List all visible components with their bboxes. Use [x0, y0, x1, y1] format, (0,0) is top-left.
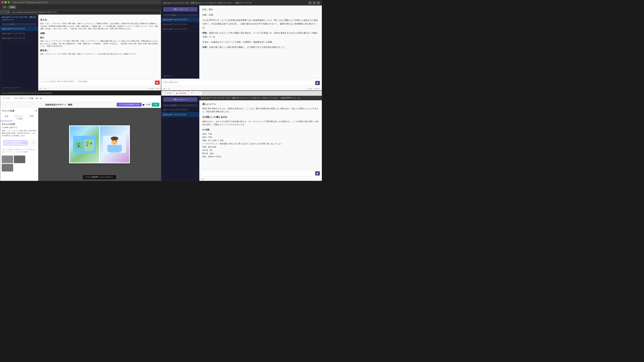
undo-btn[interactable]: ↩: [36, 97, 38, 100]
youtube-icon: ▶: [176, 92, 178, 94]
chat-textarea-tl[interactable]: [39, 79, 154, 86]
warrior-desc-tl: 名前：ガレス・アイアンウォール 性別：男性 年齢：23歳 バックグラウンド：危険…: [40, 40, 159, 48]
top-right-panel: あなたはゲームクリエイターです。内容に沿ったストーリーを3パターン出力してくださ…: [161, 0, 322, 91]
ai-sidebar-item-1[interactable]: あなたはゲームクリエイター: [161, 22, 199, 27]
br-sidebar-item-0[interactable]: ポケットモンスタープラチナ: [161, 108, 199, 112]
field-eye-br: 目の色 黒: [202, 149, 319, 152]
sidebar-item-2-tl[interactable]: あなたはゲームクリエイタ: [0, 36, 38, 41]
bottom-right-panel: ✉ Gmail ▶ YouTube 📍 マップ + 新しいチャット ポケットモン…: [161, 91, 322, 181]
char-count-tr: 文字数：7/10000: [307, 88, 320, 90]
time-label: 5.0秒: [146, 103, 151, 106]
config-label: 入力した内容から自動でテキストが生成されます。サブジェクトや すべて表示: [0, 147, 38, 154]
panel-title: マジック生成: [2, 109, 14, 112]
tab2-label: code: [10, 6, 14, 8]
sidebar-search-tl: [0, 22, 38, 26]
canva-nav-resize[interactable]: リサイズ&マジック変換: [12, 97, 34, 100]
expand-icon-tr[interactable]: □: [313, 1, 316, 4]
logout-tr[interactable]: ログアウト: [161, 74, 199, 79]
minimize-icon-tr[interactable]: —: [308, 1, 312, 4]
share-btn[interactable]: 共有: [152, 103, 160, 107]
field-feature-tr: 特徴： 陰謀の匂いをまとって常に暗闇に身を潜める。クールで計算高いが、目的を達成…: [202, 31, 319, 39]
chat-send-btn-tl[interactable]: ▶: [155, 81, 160, 85]
ai-sidebar-item-2[interactable]: あなたはゲームクリエイター: [161, 27, 199, 31]
br-sidebar-item-1[interactable]: あなたはゲームクリエイタ: [161, 112, 199, 117]
magic-gen-header: マジック生成 ℹ: [0, 108, 38, 114]
br-section1-text: 現実と夢が交錯するような、幻想的な世界を歩く。ここでは、通常の物理法則が適用しな…: [202, 107, 319, 113]
forward-icon[interactable]: →: [4, 11, 7, 13]
chat-input-row-tl: ▶: [39, 79, 160, 86]
clear-btn[interactable]: クリア: [30, 139, 36, 147]
field-name-br: 名前：不明: [202, 132, 319, 136]
tab-map[interactable]: 📍 マップ: [189, 91, 202, 95]
ai-layout-tr: + 新しいチャット あなたはゲームクリエイター あなたはゲームクリエイター あな…: [161, 5, 322, 79]
br-send-btn[interactable]: ▶: [315, 171, 320, 176]
companion-title-tl: 仲間: [40, 32, 159, 35]
ai-header-tr: あなたはゲームクリエイターです。内容に沿ったストーリーを3パターン出力してくださ…: [161, 0, 322, 5]
browser-titlebar: Code Land by Prokids(open space) | Voice: [0, 0, 161, 4]
canva-left-panel: マジック生成 ℹ 画像 グラフィック NEW 動画 作るものを説明: [0, 108, 38, 181]
sidebar-search-br: [161, 103, 199, 108]
ai-footer-tr: 残り：93 文字数：7/10000: [161, 87, 322, 90]
canva-nav-file[interactable]: ファイル: [2, 97, 11, 100]
br-section2-title: なぜ楽しいと感じるのか: [202, 115, 319, 119]
canva-canvas: マイク ON/OFF（スペースキー）: [38, 108, 161, 181]
br-browser-tabs: ✉ Gmail ▶ YouTube 📍 マップ: [161, 91, 322, 96]
br-section2-text: 制約の少ない、あやふやな世界での自由度の高さは、プレイヤーにとって予測不能な楽し…: [202, 120, 319, 126]
reload-icon[interactable]: ↻: [8, 11, 9, 13]
ai-send-btn-tr[interactable]: ▶: [315, 81, 320, 85]
chat-app-layout: あなたはゲームクリエイターです。内容に沿ったストーリー あなたはゲームクリエイタ…: [0, 15, 161, 90]
chat-sidebar: あなたはゲームクリエイターです。内容に沿ったストーリー あなたはゲームクリエイタ…: [0, 15, 38, 90]
maximize-dot[interactable]: [8, 1, 10, 3]
desc-label: 作るものを説明: [2, 123, 36, 126]
new-chat-btn-br[interactable]: + 新しいチャット: [163, 97, 198, 102]
remaining-tl: 残り：89: [39, 88, 46, 90]
pro-trial-btn[interactable]: プロを30日間無料で試す: [116, 103, 142, 107]
field-gender-tr: 性別：男性: [202, 8, 319, 11]
minimize-dot[interactable]: [5, 1, 7, 3]
search-input-br[interactable]: [163, 104, 198, 107]
new-chat-btn-top-left[interactable]: あなたはゲームクリエイターです。内容に沿ったストーリー: [2, 16, 36, 21]
close-icon-tr[interactable]: ✕: [317, 1, 320, 4]
field-age-tr: 年齢：32歳: [202, 13, 319, 17]
tab-video[interactable]: 動画: [26, 114, 38, 121]
svg-point-16: [111, 137, 118, 140]
close-dot[interactable]: [2, 1, 4, 3]
inspire-btn[interactable]: インスピレーションを得る: [3, 140, 28, 145]
redo-btn[interactable]: ↪: [40, 97, 42, 100]
sidebar-item-1-tl[interactable]: あなたはゲームクリエイタ: [0, 31, 38, 36]
desc-line-1: 特徴：パイトンカラーの髪と明るい笑顔/和外観的は活発な性格。多文化の友が多く、あ…: [2, 130, 36, 137]
play-btn[interactable]: ▶: [143, 103, 145, 106]
svg-rect-13: [118, 145, 122, 152]
new-chat-btn-tr[interactable]: + 新しいチャット: [163, 7, 198, 11]
canvas-char-img: [100, 126, 129, 163]
thumb-2: [14, 156, 25, 163]
back-icon[interactable]: ←: [1, 11, 4, 13]
field-height-br: 身長 165cm〜170cm: [202, 155, 319, 158]
sidebar-item-0-tl[interactable]: あなたはゲームクリエイタ: [0, 26, 38, 31]
browser-tab-1[interactable]: 3J: [2, 5, 8, 9]
search-input-tr[interactable]: [163, 14, 198, 16]
browser-tab-2[interactable]: code: [8, 5, 16, 9]
svg-rect-12: [107, 145, 111, 152]
br-prompt-bar: あなたはゲームクリエイターです。内容に沿ったストーリーを3パターン出力してくださ…: [199, 96, 322, 100]
tab-youtube[interactable]: ▶ YouTube: [174, 92, 188, 95]
chat-content-tl: 主人公 名前：リオン・スターガード 性別：男性 年齢：19歳 バックグラウンド：…: [38, 15, 161, 78]
tab-image[interactable]: 画像: [0, 114, 13, 121]
search-input-tl[interactable]: [2, 23, 37, 26]
gmail-icon: ✉: [165, 92, 166, 94]
br-content: あなたはゲームクリエイターです。内容に沿ったストーリーを3パターン出力してくださ…: [199, 96, 322, 181]
tab-gmail[interactable]: ✉ Gmail: [163, 92, 174, 95]
thumb-3: [2, 164, 13, 172]
tab-graphic[interactable]: グラフィック NEW: [13, 114, 25, 121]
mage-desc-tl: 名前：メルドリック・セイギ 性別：男性 年齢：65歳 バックグラウンド：一生を女…: [40, 53, 159, 55]
see-all-link[interactable]: すべて表示: [20, 151, 28, 153]
br-footer: 残り：: [199, 178, 322, 181]
story-section-tl: 主人公 名前：リオン・スターガード 性別：男性 年齢：19歳 バックグラウンド：…: [40, 18, 159, 55]
br-textarea[interactable]: [201, 170, 314, 177]
mage-label-tl: 魔法使い: [40, 49, 159, 52]
logout-tl[interactable]: ログアウト ログアウト: [0, 85, 38, 90]
field-feature-br: 特徴：髪の色 黒: [202, 145, 319, 149]
url-bar[interactable]: [10, 10, 160, 14]
ai-sidebar-item-0[interactable]: あなたはゲームクリエイター: [161, 17, 199, 22]
ai-textarea-tr[interactable]: [163, 80, 314, 86]
